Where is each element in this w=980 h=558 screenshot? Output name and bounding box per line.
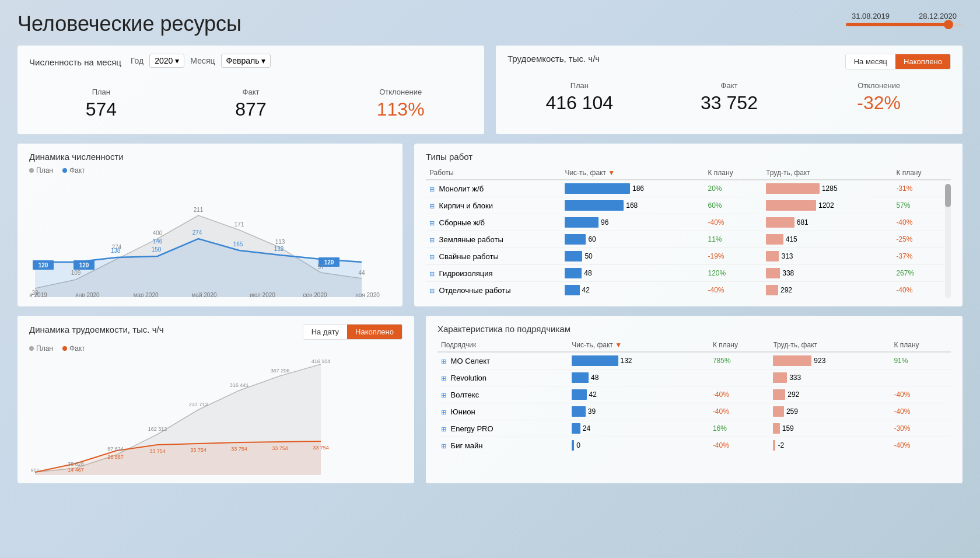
row-plan2: 91% bbox=[890, 352, 951, 369]
col-lb-fact: Труд-ть, факт bbox=[762, 166, 892, 180]
scroll-thumb[interactable] bbox=[945, 184, 951, 207]
row-name: ⊞ Отделочные работы bbox=[426, 282, 561, 299]
row-lb: 1202 bbox=[762, 197, 892, 214]
row-plan2: -37% bbox=[892, 248, 951, 265]
expand-icon[interactable]: ⊞ bbox=[441, 358, 446, 365]
scrollbar[interactable] bbox=[945, 184, 951, 298]
labor-btn-accumulated[interactable]: Накоплено bbox=[895, 54, 950, 69]
col-plan3: К плану bbox=[709, 339, 770, 352]
col-hc-fact2[interactable]: Чис-ть, факт bbox=[568, 339, 709, 352]
date-range-labels: 31.08.2019 28.12.2020 bbox=[846, 12, 963, 20]
table-row: ⊞ МО Селект 132 785% 923 91% bbox=[438, 352, 951, 369]
row-plan1: -40% bbox=[705, 214, 763, 231]
headcount-fact: Факт 877 bbox=[179, 88, 323, 120]
row-lb: 292 bbox=[762, 282, 892, 299]
expand-icon[interactable]: ⊞ bbox=[429, 270, 435, 277]
headcount-chart-area: 120 120 120 23 109 274 400 211 171 113 5… bbox=[29, 180, 391, 297]
row-lb: 313 bbox=[762, 248, 892, 265]
expand-icon[interactable]: ⊞ bbox=[441, 426, 446, 433]
labor-chart-area: 901 38 828 87 624 162 312 237 713 316 44… bbox=[29, 358, 402, 475]
expand-icon[interactable]: ⊞ bbox=[429, 253, 435, 260]
month-select[interactable]: Февраль ▾ bbox=[221, 54, 271, 68]
row-plan1 bbox=[709, 369, 770, 386]
work-types-panel: Типы работ Работы Чис-ть, факт К плану Т… bbox=[414, 144, 963, 306]
svg-text:33 754: 33 754 bbox=[149, 448, 166, 454]
row-plan2 bbox=[890, 369, 951, 386]
row-name: ⊞ Свайные работы bbox=[426, 248, 561, 265]
expand-icon[interactable]: ⊞ bbox=[429, 186, 435, 193]
svg-text:120: 120 bbox=[324, 259, 334, 266]
row-plan1: 120% bbox=[705, 265, 763, 282]
expand-icon[interactable]: ⊞ bbox=[441, 392, 446, 399]
svg-text:109: 109 bbox=[71, 270, 81, 276]
svg-text:май 2020: май 2020 bbox=[191, 292, 216, 297]
date-range-track[interactable] bbox=[846, 23, 963, 26]
labor-chart-legend: План Факт bbox=[29, 344, 402, 353]
labor-toggle[interactable]: На месяц Накоплено bbox=[845, 54, 951, 69]
labor-chart-toggle[interactable]: На дату Накоплено bbox=[303, 324, 402, 340]
svg-text:янв 2020: янв 2020 bbox=[75, 292, 100, 297]
expand-icon[interactable]: ⊞ bbox=[429, 236, 435, 243]
svg-text:138: 138 bbox=[111, 247, 121, 254]
date-range-thumb[interactable] bbox=[944, 20, 953, 29]
expand-icon[interactable]: ⊞ bbox=[429, 287, 435, 294]
labor-btn-month[interactable]: На месяц bbox=[846, 54, 895, 69]
svg-text:33 754: 33 754 bbox=[313, 445, 329, 451]
svg-text:120: 120 bbox=[79, 262, 89, 268]
headcount-plan: План 574 bbox=[29, 88, 173, 120]
year-select[interactable]: 2020 ▾ bbox=[149, 54, 184, 68]
row-name: ⊞ Revolution bbox=[438, 369, 568, 386]
labor-chart-btn-accumulated[interactable]: Накоплено bbox=[347, 325, 402, 339]
row-plan1: 11% bbox=[705, 231, 763, 248]
row-hc: 39 bbox=[568, 403, 709, 420]
row-lb: 159 bbox=[769, 420, 890, 437]
headcount-chart-legend: План Факт bbox=[29, 166, 391, 175]
row-lb: 923 bbox=[769, 352, 890, 369]
legend-plan: План bbox=[29, 166, 53, 175]
row-plan1: -40% bbox=[709, 437, 770, 454]
row-hc: 42 bbox=[568, 386, 709, 403]
svg-text:146: 146 bbox=[153, 238, 163, 245]
year-label: Год bbox=[131, 56, 144, 65]
row-plan2: -40% bbox=[892, 282, 951, 299]
row-plan2: -25% bbox=[892, 231, 951, 248]
date-range-bar: 31.08.2019 28.12.2020 bbox=[846, 12, 963, 26]
svg-text:ноя 2020: ноя 2020 bbox=[355, 292, 380, 297]
labor-chart-btn-date[interactable]: На дату bbox=[303, 325, 347, 339]
row-plan1: 16% bbox=[709, 420, 770, 437]
row-plan2: -40% bbox=[890, 403, 951, 420]
svg-text:113: 113 bbox=[275, 239, 285, 245]
row-hc: 186 bbox=[561, 180, 704, 197]
expand-icon[interactable]: ⊞ bbox=[441, 442, 446, 449]
legend-fact: Факт bbox=[62, 166, 85, 175]
row-name: ⊞ МО Селект bbox=[438, 352, 568, 369]
svg-text:171: 171 bbox=[235, 221, 244, 228]
row-name: ⊞ Гидроизоляция bbox=[426, 265, 561, 282]
row-plan2: 267% bbox=[892, 265, 951, 282]
row-hc: 48 bbox=[561, 265, 704, 282]
table-row: ⊞ Сборные ж/б 96 -40% 681 -40% bbox=[426, 214, 951, 231]
svg-text:901: 901 bbox=[30, 468, 39, 473]
svg-text:416 104: 416 104 bbox=[312, 358, 331, 364]
svg-text:33 754: 33 754 bbox=[231, 446, 247, 452]
row-plan1: 785% bbox=[709, 352, 770, 369]
row-hc: 24 bbox=[568, 420, 709, 437]
col-hc-fact[interactable]: Чис-ть, факт bbox=[561, 166, 704, 180]
expand-icon[interactable]: ⊞ bbox=[441, 409, 446, 416]
expand-icon[interactable]: ⊞ bbox=[429, 203, 435, 210]
row-plan2: 57% bbox=[892, 197, 951, 214]
svg-text:162 312: 162 312 bbox=[148, 426, 167, 432]
svg-text:150: 150 bbox=[152, 246, 162, 253]
table-row: ⊞ Волтекс 42 -40% 292 -40% bbox=[438, 386, 951, 403]
date-end: 28.12.2020 bbox=[913, 12, 963, 20]
row-hc: 60 bbox=[561, 231, 704, 248]
table-row: ⊞ Кирпич и блоки 168 60% 1202 57% bbox=[426, 197, 951, 214]
labor-legend-plan: План bbox=[29, 344, 53, 353]
labor-chart-header: Динамика трудоемкости, тыс. ч/ч На дату … bbox=[29, 324, 402, 340]
row-plan1: -40% bbox=[705, 282, 763, 299]
col-plan2: К плану bbox=[892, 166, 951, 180]
expand-icon[interactable]: ⊞ bbox=[429, 219, 435, 226]
table-row: ⊞ Монолит ж/б 186 20% 1285 -31% bbox=[426, 180, 951, 197]
month-label: Месяц bbox=[190, 56, 215, 65]
expand-icon[interactable]: ⊞ bbox=[441, 375, 446, 382]
